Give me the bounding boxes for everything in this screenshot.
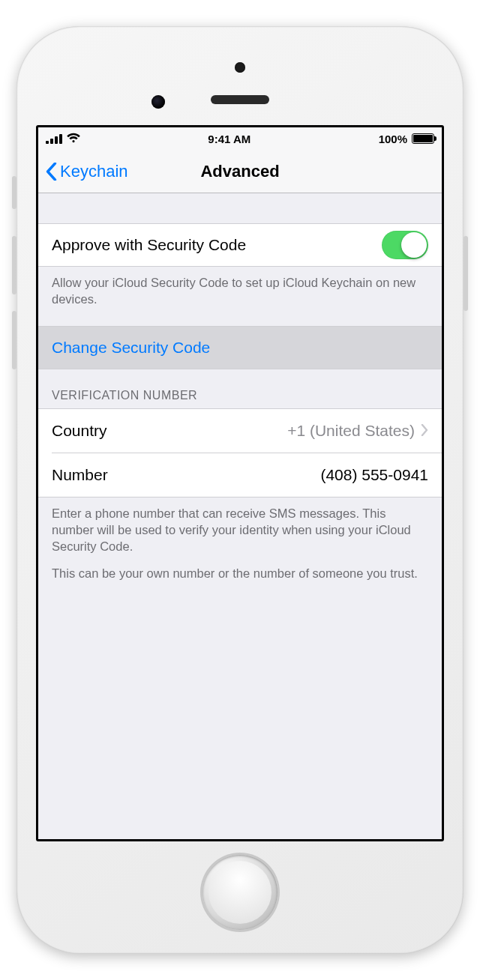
battery-icon	[412, 133, 434, 144]
navigation-bar: Keychain Advanced	[38, 150, 442, 193]
verification-footer-1: Enter a phone number that can receive SM…	[38, 497, 442, 563]
country-value: +1 (United States)	[287, 422, 415, 440]
country-row[interactable]: Country +1 (United States)	[38, 409, 442, 453]
approve-toggle[interactable]	[382, 231, 428, 259]
change-security-code-button[interactable]: Change Security Code	[38, 326, 442, 369]
country-label: Country	[52, 422, 107, 440]
number-label: Number	[52, 466, 108, 484]
battery-percentage: 100%	[379, 133, 407, 145]
screen: 9:41 AM 100% Keychain Advanced Approve w…	[36, 125, 444, 841]
volume-down-button	[12, 311, 16, 369]
chevron-left-icon	[46, 163, 57, 181]
iphone-device-frame: 9:41 AM 100% Keychain Advanced Approve w…	[16, 26, 464, 954]
cellular-signal-icon	[46, 134, 62, 144]
top-mic-dot	[235, 62, 245, 73]
wifi-icon	[67, 133, 80, 145]
chevron-right-icon	[421, 422, 428, 440]
number-value: (408) 555-0941	[320, 466, 428, 484]
approve-footer: Allow your iCloud Security Code to set u…	[38, 267, 442, 315]
verification-group: Country +1 (United States) Number (408) …	[38, 408, 442, 497]
back-button[interactable]: Keychain	[46, 162, 128, 181]
status-time: 9:41 AM	[208, 133, 250, 145]
approve-label: Approve with Security Code	[52, 236, 246, 254]
front-camera	[152, 95, 165, 109]
home-button[interactable]	[202, 855, 278, 930]
verification-number-header: VERIFICATION NUMBER	[38, 369, 442, 408]
earpiece	[211, 95, 269, 104]
status-bar: 9:41 AM 100%	[38, 127, 442, 150]
mute-switch	[12, 176, 16, 209]
change-security-code-label: Change Security Code	[52, 339, 210, 357]
power-button	[464, 236, 468, 311]
verification-footer-2: This can be your own number or the numbe…	[38, 562, 442, 589]
number-row[interactable]: Number (408) 555-0941	[38, 453, 442, 497]
approve-with-security-code-row: Approve with Security Code	[38, 223, 442, 267]
volume-up-button	[12, 236, 16, 294]
back-label: Keychain	[60, 162, 128, 181]
